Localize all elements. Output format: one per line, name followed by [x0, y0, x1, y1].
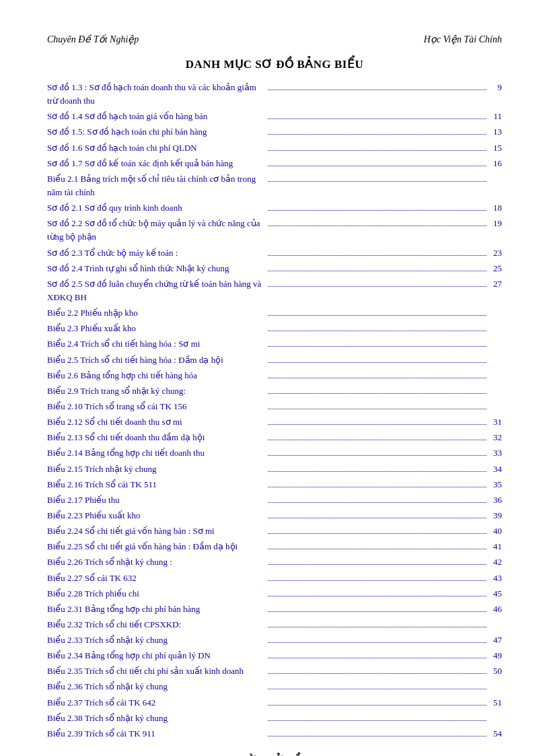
toc-item: Sơ đồ 1.7 Sơ đồ kế toán xác định kết quả… [47, 157, 502, 170]
toc-item-dots [268, 409, 486, 409]
toc-item-dots [268, 549, 486, 549]
page: Chuyên Đề Tốt Nghiệp Học Viện Tài Chính … [0, 0, 549, 756]
toc-item-text: Biểu 2.10 Trích sổ trang sổ cái TK 156 [47, 400, 266, 413]
toc-item-dots [268, 393, 486, 394]
header-left: Chuyên Đề Tốt Nghiệp [47, 34, 139, 45]
toc-item: Biểu 2.31 Bảng tổng hợp chi phí bán hàng… [47, 603, 502, 616]
toc-item-page: 19 [488, 217, 502, 230]
toc-item-text: Biểu 2.9 Trích trang sổ nhật ký chung: [47, 384, 266, 398]
toc-item-dots [268, 736, 486, 736]
toc-item-text: Biểu 2.23 Phiếu xuất kho [47, 509, 266, 522]
toc-item-text: Sơ đồ 2.3 Tổ chức bộ máy kế toán : [47, 246, 266, 260]
toc-item-page: 15 [488, 141, 502, 155]
toc-item-text: Sơ đồ 1.7 Sơ đồ kế toán xác định kết quả… [47, 157, 266, 170]
toc-item-page: 41 [488, 540, 502, 553]
toc-item-text: Biểu 2.15 Trích nhật ký chung [47, 462, 266, 476]
toc-item-page: 11 [488, 110, 502, 123]
toc-item-page: 35 [488, 478, 502, 491]
toc-item-text: Biểu 2.37 Trích sổ cái TK 642 [47, 696, 266, 710]
toc-item-dots [268, 181, 486, 182]
toc-item-dots [268, 596, 486, 596]
toc-item-page: 18 [488, 201, 502, 215]
toc-item: Biểu 2.12 Sổ chi tiết doanh thu sơ mi31 [47, 415, 502, 429]
toc-item: Biểu 2.34 Bảng tổng hợp chi phí quản lý … [47, 649, 502, 662]
toc-item-dots [268, 658, 486, 658]
toc-item-text: Sơ đồ 2.1 Sơ đồ quy trình kinh doanh [47, 201, 266, 215]
toc-item-text: Sơ đồ 2.2 Sơ đồ tổ chức bộ máy quản lý v… [47, 217, 266, 244]
toc-item-dots [268, 226, 486, 226]
toc-item-dots [268, 471, 486, 472]
toc-item-text: Biểu 2.36 Trích sổ nhật ký chung [47, 680, 266, 693]
toc-item: Biểu 2.35 Trích sổ chi tiết chi phí sản … [47, 664, 502, 678]
toc-item: Sơ đồ 2.2 Sơ đồ tổ chức bộ máy quản lý v… [47, 217, 502, 244]
toc-item-dots [268, 331, 486, 331]
toc-item: Biểu 2.13 Sổ chi tiết doanh thu đầm dạ h… [47, 431, 502, 444]
toc-item: Sơ đồ 1.6 Sơ đồ hạch toán chi phí QLDN15 [47, 141, 502, 155]
toc-item-dots [268, 705, 486, 706]
toc-item-text: Biểu 2.3 Phiếu xuất kho [47, 322, 266, 335]
toc-list: Sơ đồ 1.3 : Sơ đồ hạch toán doanh thu và… [47, 81, 502, 741]
toc-item-page: 31 [488, 415, 502, 429]
toc-item: Biểu 2.15 Trích nhật ký chung34 [47, 462, 502, 476]
toc-item-page: 27 [488, 277, 502, 291]
toc-item-dots [268, 286, 486, 287]
toc-item: Biểu 2.33 Trích sổ nhật ký chung47 [47, 633, 502, 647]
toc-item-dots [268, 564, 486, 565]
toc-item-page: 40 [488, 524, 502, 538]
toc-item-dots [268, 627, 486, 627]
page-header: Chuyên Đề Tốt Nghiệp Học Viện Tài Chính [47, 34, 502, 45]
toc-item-page: 32 [488, 431, 502, 444]
toc-item: Biểu 2.26 Trích sổ nhật ký chung :42 [47, 555, 502, 569]
toc-item-text: Biểu 2.4 Trích sổ chi tiết hàng hóa : Sơ… [47, 337, 266, 351]
toc-item: Biểu 2.3 Phiếu xuất kho [47, 322, 502, 335]
toc-item-dots [268, 210, 486, 211]
toc-item-page: 46 [488, 603, 502, 616]
toc-item-dots [268, 689, 486, 689]
toc-item-dots [268, 440, 486, 440]
toc-item-page: 50 [488, 664, 502, 678]
toc-item: Biểu 2.16 Trích Sổ cái TK 51135 [47, 478, 502, 491]
toc-item-page: 34 [488, 462, 502, 476]
toc-item-text: Biểu 2.13 Sổ chi tiết doanh thu đầm dạ h… [47, 431, 266, 444]
toc-item: Biểu 2.17 Phiếu thu36 [47, 493, 502, 507]
toc-item-text: Sơ đồ 1.5: Sơ đồ hạch toán chi phí bán h… [47, 125, 266, 139]
toc-item: Biểu 2.10 Trích sổ trang sổ cái TK 156 [47, 400, 502, 413]
toc-item: Sơ đồ 2.4 Trình tự ghi sổ hình thức Nhật… [47, 262, 502, 275]
toc-item: Biểu 2.6 Bảng tổng hợp chi tiết hàng hóa [47, 369, 502, 382]
toc-item: Sơ đồ 2.5 Sơ đồ luân chuyển chứng từ kế … [47, 277, 502, 304]
toc-item-text: Biểu 2.5 Trích sổ chi tiết hàng hóa : Đầ… [47, 353, 266, 367]
toc-item: Biểu 2.4 Trích sổ chi tiết hàng hóa : Sơ… [47, 337, 502, 351]
toc-item-text: Biểu 2.1 Bảng trích một số chỉ tiêu tài … [47, 172, 266, 199]
page-title: DANH MỤC SƠ ĐỒ BẢNG BIỂU [47, 57, 502, 71]
toc-item-page: 54 [488, 727, 502, 741]
toc-item-page: 49 [488, 649, 502, 662]
toc-item-text: Biểu 2.27 Sổ cái TK 632 [47, 572, 266, 585]
toc-item-text: Biểu 2.2 Phiếu nhập kho [47, 306, 266, 320]
toc-item-page: 13 [488, 125, 502, 139]
toc-item: Biểu 2.2 Phiếu nhập kho [47, 306, 502, 320]
toc-item-text: Biểu 2.28 Trích phiếu chi [47, 587, 266, 600]
toc-item-text: Biểu 2.33 Trích sổ nhật ký chung [47, 633, 266, 647]
toc-item-text: Biểu 2.6 Bảng tổng hợp chi tiết hàng hóa [47, 369, 266, 382]
toc-item-page: 9 [488, 81, 502, 94]
toc-item: Biểu 2.36 Trích sổ nhật ký chung [47, 680, 502, 693]
toc-item: Sơ đồ 1.3 : Sơ đồ hạch toán doanh thu và… [47, 81, 502, 108]
toc-item-text: Biểu 2.34 Bảng tổng hợp chi phí quản lý … [47, 649, 266, 662]
header-right: Học Viện Tài Chính [424, 34, 502, 45]
toc-item-text: Biểu 2.12 Sổ chi tiết doanh thu sơ mi [47, 415, 266, 429]
toc-item-dots [268, 150, 486, 151]
toc-item-dots [268, 166, 486, 166]
toc-item-page: 25 [488, 262, 502, 275]
toc-item-page: 36 [488, 493, 502, 507]
toc-item: Biểu 2.14 Bảng tổng hợp chi tiết doanh t… [47, 446, 502, 460]
toc-item-text: Biểu 2.17 Phiếu thu [47, 493, 266, 507]
toc-item: Sơ đồ 1.4 Sơ đồ hạch toán giá vốn hàng b… [47, 110, 502, 123]
toc-item-text: Biểu 2.39 Trích sổ cái TK 911 [47, 727, 266, 741]
toc-item-text: Sơ đồ 2.5 Sơ đồ luân chuyển chứng từ kế … [47, 277, 266, 304]
toc-item-text: Sơ đồ 1.3 : Sơ đồ hạch toán doanh thu và… [47, 81, 266, 108]
toc-item-dots [268, 611, 486, 612]
toc-item-dots [268, 271, 486, 271]
toc-item-page: 23 [488, 246, 502, 260]
toc-item: Biểu 2.39 Trích sổ cái TK 91154 [47, 727, 502, 741]
toc-item: Biểu 2.32 Trích sổ chi tiết CPSXKD: [47, 618, 502, 631]
